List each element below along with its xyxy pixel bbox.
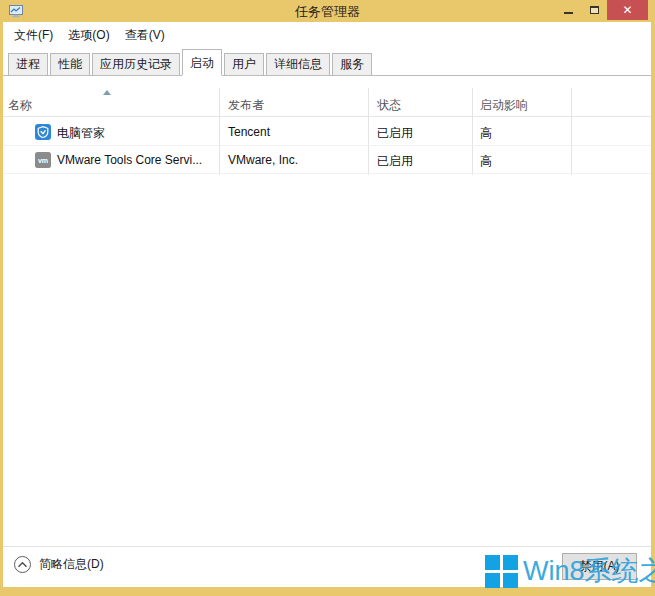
- row-status: 已启用: [377, 125, 413, 142]
- tabstrip: 进程 性能 应用历史记录 启动 用户 详细信息 服务: [3, 50, 651, 76]
- startup-list: 名称 发布者 状态 启动影响 电脑管家 Tencent 已启用 高 vm VMw…: [3, 88, 651, 175]
- table-row[interactable]: 电脑管家 Tencent 已启用 高: [3, 118, 651, 146]
- window-border: [651, 0, 655, 596]
- row-impact: 高: [480, 125, 492, 142]
- menubar: 文件(F) 选项(O) 查看(V): [3, 22, 651, 48]
- windows-logo-icon: [485, 555, 518, 588]
- row-impact: 高: [480, 153, 492, 170]
- row-publisher: VMware, Inc.: [228, 153, 298, 167]
- menu-view[interactable]: 查看(V): [119, 24, 171, 47]
- titlebar: 任务管理器 ✕: [0, 0, 655, 22]
- column-header-publisher[interactable]: 发布者: [228, 97, 264, 114]
- tab-startup[interactable]: 启动: [182, 49, 222, 76]
- tab-users[interactable]: 用户: [224, 53, 264, 75]
- list-header: 名称 发布者 状态 启动影响: [3, 88, 651, 117]
- tab-app-history[interactable]: 应用历史记录: [92, 53, 180, 75]
- table-row[interactable]: vm VMware Tools Core Servi... VMware, In…: [3, 146, 651, 174]
- menu-options[interactable]: 选项(O): [62, 24, 115, 47]
- tab-details[interactable]: 详细信息: [266, 53, 330, 75]
- svg-text:vm: vm: [38, 157, 48, 164]
- tab-performance[interactable]: 性能: [50, 53, 90, 75]
- close-button[interactable]: ✕: [607, 0, 648, 20]
- fewer-details-label: 简略信息(D): [39, 556, 104, 573]
- row-name: VMware Tools Core Servi...: [57, 153, 202, 167]
- tab-services[interactable]: 服务: [332, 53, 372, 75]
- column-header-name[interactable]: 名称: [8, 97, 32, 114]
- task-manager-icon: [8, 3, 24, 19]
- close-icon: ✕: [622, 3, 632, 17]
- watermark-text: Win8系统之家: [523, 553, 655, 589]
- tab-processes[interactable]: 进程: [8, 53, 48, 75]
- column-header-impact[interactable]: 启动影响: [480, 97, 528, 114]
- watermark: Win8系统之家: [485, 553, 655, 589]
- task-manager-window: 任务管理器 ✕ 文件(F) 选项(O) 查看(V) 进程 性能 应用历史记录 启…: [0, 0, 655, 596]
- row-status: 已启用: [377, 153, 413, 170]
- minimize-icon: [564, 12, 573, 14]
- maximize-icon: [590, 6, 599, 14]
- vmware-icon: vm: [35, 152, 51, 168]
- row-name: 电脑管家: [57, 125, 105, 142]
- fewer-details-toggle[interactable]: 简略信息(D): [14, 556, 104, 573]
- window-border: [0, 0, 3, 596]
- row-publisher: Tencent: [228, 125, 270, 139]
- column-header-status[interactable]: 状态: [377, 97, 401, 114]
- chevron-up-circle-icon: [14, 556, 31, 573]
- maximize-button[interactable]: [581, 0, 607, 20]
- window-controls: ✕: [555, 0, 648, 20]
- tencent-pc-manager-icon: [35, 124, 51, 140]
- window-title: 任务管理器: [295, 3, 360, 21]
- sort-ascending-icon: [103, 90, 111, 95]
- menu-file[interactable]: 文件(F): [8, 24, 59, 47]
- minimize-button[interactable]: [555, 0, 581, 20]
